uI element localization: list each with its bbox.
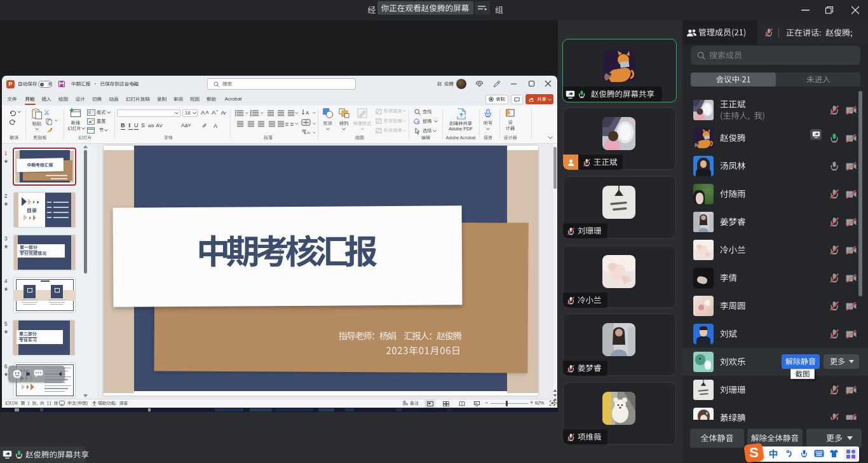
svg-text:A: A (306, 110, 309, 116)
svg-text:b: b (417, 120, 419, 125)
